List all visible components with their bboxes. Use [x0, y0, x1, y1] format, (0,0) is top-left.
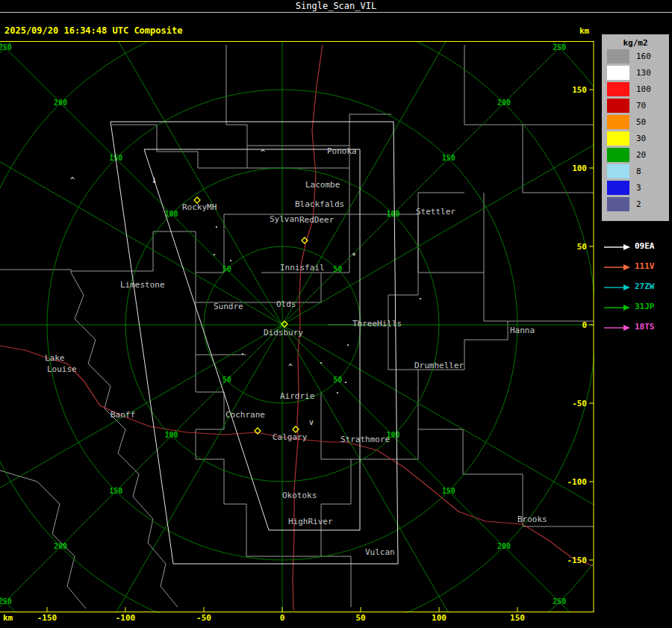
radar-coverage-box — [111, 122, 398, 564]
radar-id-label: 18TS — [635, 322, 655, 332]
city-label: ThreeHills — [352, 319, 402, 329]
range-ring-label: 100 — [386, 210, 399, 218]
colorbar-swatch — [607, 99, 629, 113]
county-boundary-line — [484, 193, 594, 321]
range-ring-label: 150 — [442, 487, 455, 495]
point-marker: · — [417, 293, 423, 304]
colorbar-swatch — [607, 181, 629, 195]
colorbar-row: 160 — [607, 49, 669, 64]
point-marker: · — [211, 249, 217, 260]
azimuth-line — [0, 41, 594, 613]
range-ring-label: 200 — [54, 542, 67, 550]
colorbar-swatch — [607, 115, 629, 129]
colorbar-swatch — [607, 66, 629, 80]
city-label: Airdrie — [280, 391, 314, 401]
right-axis-label: 0 — [582, 320, 587, 330]
range-ring-label: 250 — [0, 43, 12, 52]
colorbar-swatch — [607, 82, 629, 96]
city-label: Lake — [45, 353, 65, 363]
city-label: Hanna — [510, 326, 535, 335]
county-boundary-line — [0, 270, 71, 273]
point-marker: ↓ — [152, 174, 158, 185]
county-boundary-line — [112, 125, 198, 168]
city-label: Blackfalds — [295, 199, 344, 209]
city-label: RedDeer — [299, 215, 335, 225]
range-ring-label: 100 — [164, 210, 178, 218]
radar-legend-row: 111V — [602, 258, 672, 278]
colorbar-value: 20 — [636, 150, 646, 160]
colorbar-row: 130 — [607, 65, 669, 81]
city-label: Drumheller — [414, 361, 464, 370]
county-boundary-line — [71, 273, 178, 607]
range-ring-label: 250 — [553, 43, 566, 52]
colorbar-row: 2 — [607, 196, 669, 212]
colorbar-units-label: kg/m2 — [602, 34, 669, 48]
range-ring-label: 50 — [223, 376, 231, 384]
arrow-head — [623, 285, 630, 290]
radar-site-legend: 09EA111V27ZW31JP18TS — [602, 237, 672, 338]
bottom-axis: km-150-100-50050100150 — [0, 613, 597, 627]
right-axis-label: 50 — [577, 242, 587, 252]
colorbar-row: 100 — [607, 81, 669, 97]
range-ring — [0, 41, 594, 613]
colorbar-swatch — [607, 164, 629, 178]
range-ring-label: 250 — [0, 597, 12, 606]
range-ring-label: 50 — [223, 265, 231, 273]
county-boundary-line — [196, 273, 321, 302]
city-label: RockyMH — [182, 202, 217, 212]
colorbar-value: 8 — [636, 167, 641, 176]
colorbar-panel: kg/m2 16013010070503020832 — [602, 34, 669, 221]
colorbar-value: 100 — [636, 84, 651, 94]
city-label: Stettler — [416, 207, 455, 217]
city-label: Olds — [276, 299, 296, 309]
radar-legend-row: 31JP — [602, 298, 672, 318]
city-label: Strathmore — [340, 435, 390, 444]
point-marker: * — [352, 252, 356, 260]
arrow-head — [623, 244, 630, 250]
city-label: Limestone — [120, 280, 165, 290]
county-boundary-line — [247, 114, 391, 146]
county-boundary-line — [321, 392, 351, 607]
county-boundary-line — [418, 370, 594, 526]
azimuth-line — [0, 41, 594, 613]
range-ring — [0, 41, 594, 613]
range-ring-label: 200 — [54, 99, 67, 107]
city-label: Ponoka — [327, 146, 357, 156]
radar-arrow-icon — [603, 263, 632, 272]
range-ring-label: 150 — [442, 154, 455, 162]
bottom-axis-unit-label: km — [3, 613, 13, 623]
point-marker: ^ — [288, 363, 293, 371]
colorbar-swatch — [607, 148, 629, 162]
bottom-axis-label: -100 — [116, 613, 136, 623]
right-axis-label: -50 — [572, 399, 587, 408]
title-separator — [0, 12, 672, 13]
colorbar-value: 30 — [636, 134, 646, 143]
radar-arrow-icon — [603, 323, 632, 332]
right-axis-label: -100 — [567, 477, 588, 487]
scan-timestamp: 2025/09/20 16:34:48 UTC Composite — [4, 25, 182, 36]
city-label: Sylvan — [270, 214, 299, 224]
colorbar-value: 3 — [636, 183, 641, 193]
point-marker: · — [343, 376, 349, 388]
city-label: Sundre — [214, 302, 243, 311]
range-ring-label: 150 — [109, 487, 122, 495]
colorbar-swatch — [607, 197, 629, 211]
colorbar-value: 130 — [636, 68, 651, 78]
radar-id-label: 27ZW — [635, 282, 655, 291]
point-marker: · — [335, 387, 340, 398]
county-boundary-line — [0, 470, 86, 609]
city-label: Lacombe — [305, 180, 340, 190]
city-label: Banff — [111, 410, 135, 420]
point-marker: · — [318, 357, 324, 368]
colorbar-row: 70 — [607, 98, 669, 114]
arrow-head — [623, 305, 630, 311]
colorbar-row: 3 — [607, 180, 669, 196]
point-marker: · — [228, 255, 234, 266]
county-boundary-line — [196, 214, 224, 302]
radar-app-window: Single_Scan_VIL 2025/09/20 16:34:48 UTC … — [0, 0, 672, 628]
city-label: Louise — [47, 364, 77, 374]
bottom-axis-label: 100 — [432, 613, 447, 623]
range-ring-label: 50 — [333, 265, 342, 273]
point-marker: ^ — [70, 176, 75, 184]
colorbar-swatch — [607, 49, 629, 63]
